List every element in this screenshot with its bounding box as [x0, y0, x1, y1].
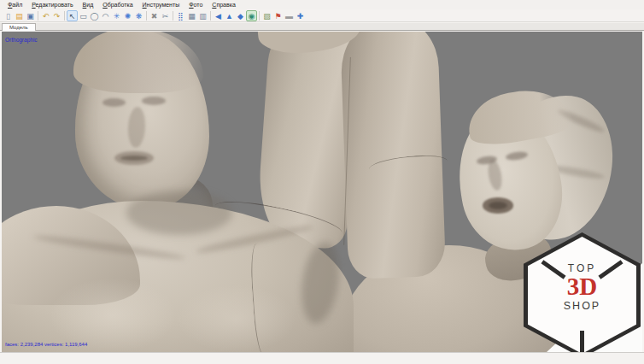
projection-mode-label: Orthographic [5, 37, 38, 43]
menu-bar: Файл Редактировать Вид Обработка Инструм… [0, 0, 644, 9]
menu-help[interactable]: Справка [208, 0, 239, 9]
toolbar-separator [259, 11, 260, 21]
smooth-icon[interactable]: ❋ [133, 10, 144, 21]
tab-model[interactable]: Модель [2, 23, 36, 31]
menu-file[interactable]: Файл [3, 0, 26, 9]
globe-icon[interactable]: ◉ [246, 10, 257, 21]
lasso-select-icon[interactable]: ◠ [100, 10, 111, 21]
align-icon[interactable]: ✳ [111, 10, 122, 21]
pan-up-icon[interactable]: ▲ [224, 10, 235, 21]
statue-man-chest-highlight [177, 285, 296, 352]
statue-man-mouth [120, 156, 148, 161]
crop-icon[interactable]: ✂ [160, 10, 171, 21]
menu-tools[interactable]: Инструменты [138, 0, 184, 9]
point-pairs-icon[interactable]: ⣿ [175, 10, 186, 21]
statue-man-eye [142, 97, 166, 105]
redo-icon[interactable]: ↷ [51, 10, 62, 21]
toolbar-separator [173, 11, 173, 21]
rotate-view-icon[interactable]: ◆ [235, 10, 246, 21]
toolbar-separator [146, 11, 147, 21]
pan-left-icon[interactable]: ◀ [213, 10, 224, 21]
menu-edit[interactable]: Редактировать [27, 0, 77, 9]
watermark-3d-label: 3D [524, 273, 641, 301]
window-edge [0, 32, 2, 352]
statue-man-hair [73, 32, 203, 93]
open-folder-icon[interactable]: ▤ [14, 10, 25, 21]
menu-processing[interactable]: Обработка [98, 0, 137, 9]
undo-icon[interactable]: ↶ [40, 10, 51, 21]
app-window: Файл Редактировать Вид Обработка Инструм… [0, 0, 644, 364]
toolbar: ▯ ▤ ▣ ↶ ↷ ↖ ▭ ◯ ◠ ✳ ✺ ❋ ✖ ✂ ⣿ ▦ ▥ ◀ ▲ ◆ … [0, 9, 644, 22]
menu-photo[interactable]: Фото [184, 0, 207, 9]
printer-icon[interactable]: ▬ [284, 10, 295, 21]
watermark-shop-label: SHOP [524, 300, 641, 312]
rect-select-icon[interactable]: ▭ [78, 10, 89, 21]
flag-icon[interactable]: ⚑ [272, 10, 284, 21]
select-cursor-icon[interactable]: ↖ [67, 10, 78, 21]
status-bar [0, 352, 644, 364]
delete-icon[interactable]: ✖ [149, 10, 160, 21]
texture-photo-icon[interactable]: ▧ [261, 10, 272, 21]
statue-man-eye [102, 98, 126, 107]
toolbar-separator [210, 11, 211, 21]
statue-man-chest-highlight [49, 278, 177, 352]
menu-view[interactable]: Вид [79, 0, 98, 9]
fusion-icon[interactable]: ✺ [122, 10, 133, 21]
tab-bar: Модель [0, 23, 644, 31]
toolbar-separator [38, 11, 38, 21]
statue-neck-shadow [126, 191, 232, 235]
new-file-icon[interactable]: ▯ [3, 10, 14, 21]
move-cross-icon[interactable]: ✚ [295, 10, 306, 21]
mesh-statistics-label: faces: 2,239,284 vertices: 1,119,644 [5, 342, 87, 347]
save-icon[interactable]: ▣ [25, 10, 36, 21]
toolbar-separator [64, 11, 65, 21]
statue-woman-mouth [489, 202, 507, 209]
ellipse-select-icon[interactable]: ◯ [89, 10, 100, 21]
viewport-3d[interactable]: Orthographic [2, 32, 642, 352]
grid-overlay-icon[interactable]: ▥ [197, 10, 208, 21]
cube-wireframe-edge [580, 331, 584, 352]
table-icon[interactable]: ▦ [186, 10, 197, 21]
